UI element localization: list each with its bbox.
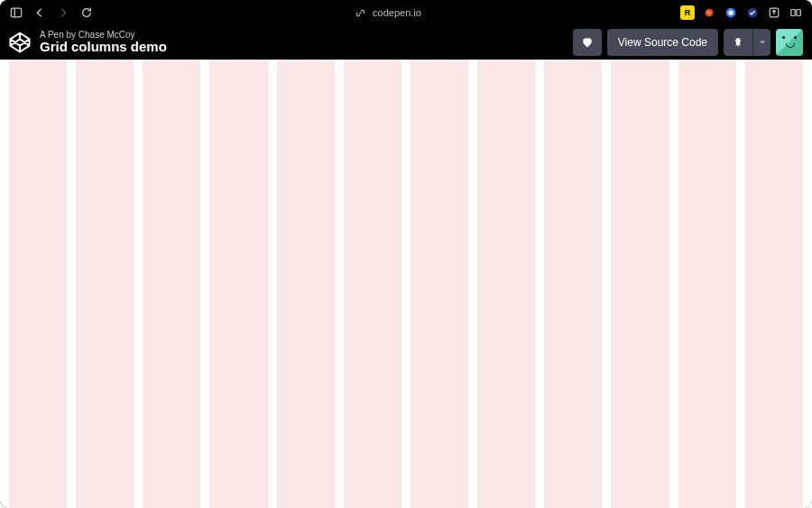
tabs-overview-icon[interactable] [789, 5, 803, 20]
svg-rect-11 [736, 39, 741, 41]
app-window: codepen.io R A Pen by Chase M [0, 0, 812, 508]
pin-button[interactable] [724, 29, 752, 56]
link-icon [353, 5, 367, 20]
pin-dropdown-button[interactable] [752, 29, 770, 56]
extension-icon-1[interactable] [702, 5, 716, 20]
browser-extensions: R [680, 5, 803, 20]
grid-column [678, 60, 736, 508]
svg-rect-9 [797, 10, 800, 16]
pen-title-block: A Pen by Chase McCoy Grid columns demo [40, 30, 564, 55]
grid-column [143, 60, 200, 508]
address-bar[interactable]: codepen.io [101, 5, 673, 20]
browser-nav-controls [9, 5, 94, 20]
grid-column [477, 60, 535, 508]
user-avatar[interactable] [776, 29, 803, 56]
back-icon[interactable] [32, 5, 47, 20]
extension-icon-2[interactable] [724, 5, 738, 20]
grid-column [611, 60, 669, 508]
grid-column [9, 60, 67, 508]
grid-column [544, 60, 602, 508]
svg-rect-12 [737, 43, 738, 47]
browser-chrome: codepen.io R [0, 0, 812, 25]
forward-icon[interactable] [56, 5, 70, 20]
view-source-button[interactable]: View Source Code [607, 29, 718, 56]
reload-icon[interactable] [79, 5, 94, 20]
pen-title: Grid columns demo [40, 40, 564, 55]
url-text: codepen.io [373, 7, 421, 18]
grid-column [209, 60, 267, 508]
sidebar-toggle-icon[interactable] [9, 5, 23, 20]
love-button[interactable] [573, 29, 602, 56]
svg-rect-0 [11, 8, 21, 17]
codepen-logo-icon[interactable] [9, 32, 31, 53]
svg-rect-8 [791, 10, 795, 16]
pen-preview [0, 60, 812, 508]
grid-column [411, 60, 468, 508]
grid-column [76, 60, 134, 508]
share-icon[interactable] [767, 5, 781, 20]
svg-point-3 [707, 11, 711, 14]
grid-column [745, 60, 803, 508]
pin-button-group [724, 29, 770, 56]
header-actions: View Source Code [573, 29, 803, 56]
grid-column [344, 60, 401, 508]
svg-point-5 [728, 10, 733, 14]
grid-column [277, 60, 335, 508]
extension-badge-r[interactable]: R [680, 5, 695, 20]
grid-columns-demo [0, 60, 812, 508]
extension-icon-3[interactable] [745, 5, 760, 20]
codepen-header: A Pen by Chase McCoy Grid columns demo V… [0, 25, 812, 60]
